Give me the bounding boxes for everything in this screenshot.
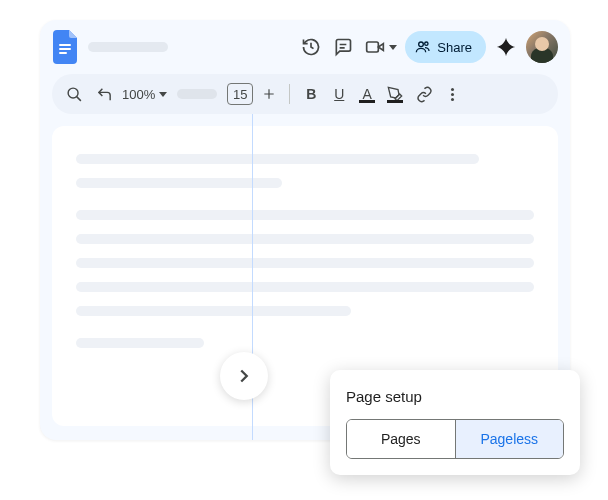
meet-dropdown[interactable] (363, 35, 397, 59)
document-title[interactable] (88, 42, 168, 52)
font-family-dropdown[interactable] (177, 89, 217, 99)
people-icon (415, 39, 431, 55)
pages-option[interactable]: Pages (347, 420, 455, 458)
zoom-dropdown[interactable]: 100% (122, 87, 167, 102)
next-button[interactable] (220, 352, 268, 400)
toolbar: 100% 15 B U A (52, 74, 558, 114)
page-setup-segmented: Pages Pageless (346, 419, 564, 459)
text-line (76, 210, 534, 220)
text-line (76, 338, 204, 348)
text-line (76, 154, 479, 164)
underline-button[interactable]: U (328, 82, 350, 106)
bold-button[interactable]: B (300, 82, 322, 106)
svg-point-8 (425, 42, 428, 45)
svg-rect-2 (59, 52, 67, 54)
share-button[interactable]: Share (405, 31, 486, 63)
comments-icon[interactable] (331, 35, 355, 59)
font-size-input[interactable]: 15 (227, 83, 253, 105)
page-setup-popover: Page setup Pages Pageless (330, 370, 580, 475)
video-icon (363, 35, 387, 59)
more-options-button[interactable] (442, 88, 462, 101)
docs-logo-icon[interactable] (52, 29, 80, 65)
chevron-down-icon (159, 92, 167, 97)
svg-rect-0 (59, 44, 71, 46)
page-setup-title: Page setup (346, 388, 564, 405)
gemini-icon[interactable] (494, 35, 518, 59)
chevron-down-icon (389, 45, 397, 50)
app-header: Share (40, 20, 570, 74)
svg-point-7 (419, 42, 424, 47)
pageless-option[interactable]: Pageless (455, 420, 564, 458)
text-line (76, 306, 351, 316)
search-icon[interactable] (62, 82, 86, 106)
svg-line-10 (76, 96, 80, 100)
text-line (76, 234, 534, 244)
share-label: Share (437, 40, 472, 55)
highlight-button[interactable] (384, 82, 406, 106)
zoom-value: 100% (122, 87, 155, 102)
text-line (76, 282, 534, 292)
text-color-button[interactable]: A (356, 82, 378, 106)
undo-icon[interactable] (92, 82, 116, 106)
text-line (76, 258, 534, 268)
svg-point-9 (68, 88, 78, 98)
svg-rect-1 (59, 48, 71, 50)
font-size-increase[interactable] (259, 84, 279, 104)
history-icon[interactable] (299, 35, 323, 59)
toolbar-divider (289, 84, 290, 104)
avatar[interactable] (526, 31, 558, 63)
insert-link-button[interactable] (412, 82, 436, 106)
svg-rect-5 (367, 42, 379, 52)
chevron-right-icon (233, 365, 255, 387)
